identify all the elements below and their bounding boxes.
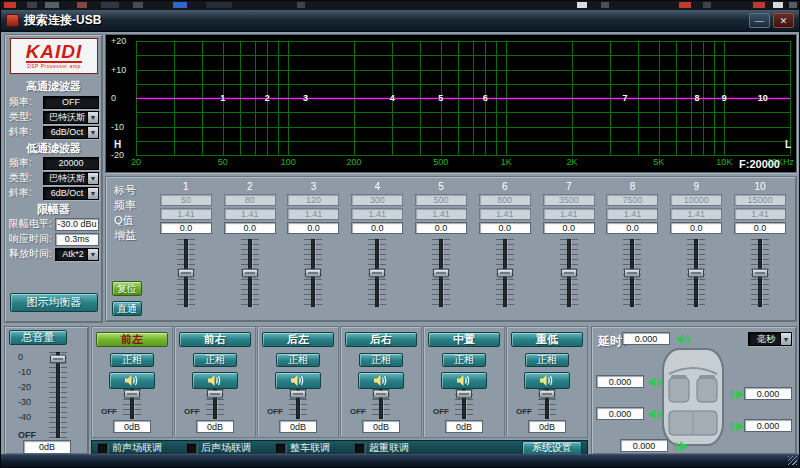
eq-slider-handle[interactable] (624, 269, 640, 278)
eq-slider-handle[interactable] (497, 269, 513, 278)
hpf-type-select[interactable]: 巴特沃斯 ▼ (43, 111, 99, 124)
channel-slider-handle[interactable] (373, 390, 389, 399)
eq-slider-handle[interactable] (178, 269, 194, 278)
channel-select-button[interactable]: 后左 (262, 332, 334, 347)
channel-slider-handle[interactable] (539, 390, 555, 399)
resize-grip-icon[interactable] (788, 456, 797, 465)
eq-response-graph[interactable]: 12345678910 +20+100-10-20 20501002005001… (105, 34, 797, 173)
chevron-down-icon[interactable]: ▼ (87, 173, 98, 184)
link-checkbox[interactable] (275, 443, 286, 454)
hpf-handle[interactable]: H (114, 139, 121, 150)
channel-volume-slider[interactable] (455, 389, 473, 419)
eq-band-slider[interactable] (687, 239, 705, 307)
hpf-slope-select[interactable]: 6dB/Oct ▼ (43, 126, 99, 139)
link-option[interactable]: 前声场联调 (97, 441, 162, 455)
channel-select-button[interactable]: 前右 (179, 332, 251, 347)
master-slider-handle[interactable] (50, 354, 66, 363)
lpf-type-select[interactable]: 巴特沃斯 ▼ (43, 172, 99, 185)
delay-subwoofer-input[interactable]: 0.000 (620, 439, 668, 452)
channel-mute-button[interactable] (441, 372, 487, 389)
phase-button[interactable]: 正相 (193, 353, 237, 367)
lpf-slope-select[interactable]: 6dB/Oct ▼ (43, 187, 99, 200)
close-button[interactable]: ✕ (773, 13, 794, 28)
eq-band-marker[interactable]: 8 (695, 93, 700, 103)
delay-rear-right-input[interactable]: 0.000 (744, 419, 792, 432)
delay-front-right-input[interactable]: 0.000 (744, 387, 792, 400)
chevron-down-icon[interactable]: ▼ (87, 188, 98, 199)
channel-volume-slider[interactable] (289, 389, 307, 419)
limiter-level-input[interactable]: -30.0 dBu (55, 218, 99, 231)
chevron-down-icon[interactable]: ▼ (87, 249, 98, 260)
delay-front-left-input[interactable]: 0.000 (596, 375, 644, 388)
master-volume-slider[interactable] (49, 352, 67, 438)
eq-band-marker[interactable]: 5 (438, 93, 443, 103)
eq-reset-button[interactable]: 复位 (112, 281, 142, 296)
eq-band-marker[interactable]: 9 (722, 93, 727, 103)
eq-band-freq-input[interactable]: 10000 (670, 194, 722, 206)
channel-volume-value[interactable]: 0dB (528, 420, 566, 433)
eq-band-marker[interactable]: 4 (390, 93, 395, 103)
eq-band-marker[interactable]: 6 (483, 93, 488, 103)
limiter-attack-input[interactable]: 0.3ms (55, 233, 99, 246)
eq-band-freq-input[interactable]: 7500 (606, 194, 658, 206)
channel-slider-handle[interactable] (207, 390, 223, 399)
eq-band-freq-input[interactable]: 15000 (734, 194, 786, 206)
eq-slider-handle[interactable] (242, 269, 258, 278)
minimize-button[interactable]: — (749, 13, 770, 28)
eq-band-slider[interactable] (751, 239, 769, 307)
eq-band-marker[interactable]: 7 (622, 93, 627, 103)
link-checkbox[interactable] (186, 443, 197, 454)
link-option[interactable]: 后声场联调 (186, 441, 251, 455)
eq-band-freq-input[interactable]: 300 (351, 194, 403, 206)
delay-center-input[interactable]: 0.000 (622, 332, 670, 345)
eq-band-gain-input[interactable]: 0.0 (606, 222, 658, 234)
eq-band-gain-input[interactable]: 0.0 (224, 222, 276, 234)
chevron-down-icon[interactable]: ▼ (780, 333, 791, 345)
eq-band-slider[interactable] (623, 239, 641, 307)
eq-band-q-input[interactable]: 1.41 (224, 208, 276, 220)
system-settings-button[interactable]: 系统设置 (522, 441, 582, 455)
eq-band-slider[interactable] (304, 239, 322, 307)
channel-mute-button[interactable] (358, 372, 404, 389)
link-option[interactable]: 整车联调 (275, 441, 330, 455)
eq-band-slider[interactable] (177, 239, 195, 307)
eq-band-q-input[interactable]: 1.41 (670, 208, 722, 220)
eq-slider-handle[interactable] (433, 269, 449, 278)
phase-button[interactable]: 正相 (110, 353, 154, 367)
channel-select-button[interactable]: 前左 (96, 332, 168, 347)
eq-slider-handle[interactable] (688, 269, 704, 278)
link-checkbox[interactable] (354, 443, 365, 454)
eq-band-q-input[interactable]: 1.41 (543, 208, 595, 220)
channel-volume-value[interactable]: 0dB (362, 420, 400, 433)
eq-band-slider[interactable] (432, 239, 450, 307)
channel-volume-value[interactable]: 0dB (196, 420, 234, 433)
link-checkbox[interactable] (97, 443, 108, 454)
eq-band-freq-input[interactable]: 120 (287, 194, 339, 206)
channel-volume-slider[interactable] (123, 389, 141, 419)
eq-band-gain-input[interactable]: 0.0 (160, 222, 212, 234)
eq-band-freq-input[interactable]: 800 (479, 194, 531, 206)
channel-mute-button[interactable] (524, 372, 570, 389)
eq-bypass-button[interactable]: 直通 (112, 301, 142, 316)
graphic-eq-button[interactable]: 图示均衡器 (10, 293, 98, 312)
eq-band-q-input[interactable]: 1.41 (351, 208, 403, 220)
lpf-freq-input[interactable]: 20000 (43, 157, 99, 170)
limiter-release-select[interactable]: Atk*2 ▼ (55, 248, 99, 261)
eq-band-slider[interactable] (496, 239, 514, 307)
phase-button[interactable]: 正相 (525, 353, 569, 367)
eq-band-q-input[interactable]: 1.41 (479, 208, 531, 220)
eq-band-q-input[interactable]: 1.41 (606, 208, 658, 220)
channel-volume-slider[interactable] (206, 389, 224, 419)
eq-band-q-input[interactable]: 1.41 (415, 208, 467, 220)
eq-slider-handle[interactable] (752, 269, 768, 278)
channel-mute-button[interactable] (109, 372, 155, 389)
eq-band-gain-input[interactable]: 0.0 (479, 222, 531, 234)
eq-band-marker[interactable]: 2 (265, 93, 270, 103)
phase-button[interactable]: 正相 (276, 353, 320, 367)
eq-band-gain-input[interactable]: 0.0 (734, 222, 786, 234)
channel-volume-slider[interactable] (538, 389, 556, 419)
channel-slider-handle[interactable] (290, 390, 306, 399)
eq-band-marker[interactable]: 3 (303, 93, 308, 103)
channel-slider-handle[interactable] (124, 390, 140, 399)
channel-select-button[interactable]: 重低 (511, 332, 583, 347)
